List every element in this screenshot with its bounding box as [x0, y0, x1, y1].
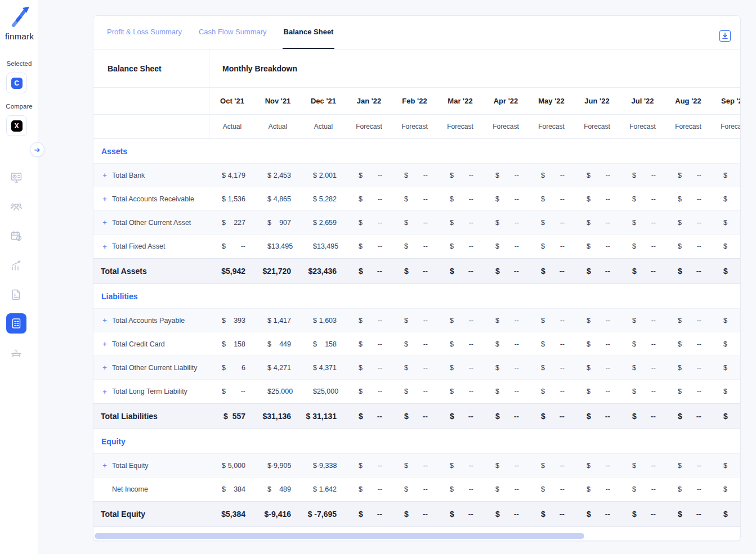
section-title: Assets: [100, 147, 127, 156]
expand-row-button[interactable]: +: [100, 363, 109, 372]
currency-symbol: $: [678, 510, 682, 519]
value-cell: $--: [346, 454, 392, 477]
expand-row-button[interactable]: +: [100, 195, 109, 203]
tab-cash-flow-summary[interactable]: Cash Flow Summary: [198, 16, 268, 49]
currency-symbol: $: [723, 267, 728, 276]
cell-value: --: [515, 242, 519, 250]
svg-text:$: $: [14, 292, 16, 297]
currency-symbol: $: [587, 195, 591, 203]
value-cell: $--: [483, 187, 529, 210]
value-cell: $--: [346, 187, 392, 210]
currency-symbol: $: [404, 219, 408, 227]
currency-symbol: $: [495, 510, 500, 519]
total-value-cell: $--: [346, 259, 392, 283]
sidebar-item-billing[interactable]: $: [6, 226, 26, 246]
column-type-label: Forecast: [346, 115, 392, 138]
cell-value: 158: [325, 340, 337, 348]
column-types-row: ActualActualActualForecastForecastForeca…: [93, 115, 741, 139]
tab-balance-sheet[interactable]: Balance Sheet: [283, 16, 335, 49]
value-cell: $2,001: [301, 164, 346, 187]
currency-symbol: $: [222, 219, 226, 227]
cell-value: --: [560, 195, 565, 203]
sidebar-item-dashboard[interactable]: [6, 168, 26, 188]
sidebar-item-formulas[interactable]: fx: [6, 343, 26, 363]
cell-value: --: [377, 267, 382, 276]
horizontal-scrollbar[interactable]: [95, 533, 584, 539]
expand-row-button[interactable]: +: [100, 316, 109, 325]
value-cell: $--: [711, 454, 741, 477]
cell-value: --: [560, 485, 565, 493]
cell-value: --: [651, 364, 656, 372]
currency-symbol: $: [587, 317, 591, 325]
value-cell: $--: [392, 356, 437, 379]
sidebar-item-reports[interactable]: [6, 313, 26, 334]
cell-value: 5,282: [319, 195, 337, 203]
cell-value: --: [651, 195, 656, 203]
currency-symbol: $: [587, 242, 591, 250]
expand-row-button[interactable]: +: [100, 461, 109, 470]
selected-scenario-button[interactable]: C: [6, 73, 27, 93]
expand-row-button[interactable]: +: [100, 171, 109, 179]
selected-scenario-badge: C: [11, 78, 23, 89]
cell-value: 4,865: [274, 195, 291, 203]
sidebar-item-projections[interactable]: [6, 255, 26, 276]
download-icon: [721, 32, 729, 40]
currency-symbol: $: [495, 219, 499, 227]
currency-symbol: $: [632, 510, 637, 519]
total-value: $21,720: [262, 267, 291, 276]
currency-symbol: $: [632, 412, 637, 421]
table-row: +Total Credit Card$158$449$158$--$--$--$…: [93, 332, 741, 356]
value-cell: $--: [529, 478, 574, 501]
total-value-cell: $21,720: [255, 259, 301, 283]
currency-symbol: $: [541, 317, 545, 325]
cell-value: 1,642: [319, 485, 337, 493]
value-cell: $--: [483, 454, 529, 477]
cell-value: 1,603: [319, 317, 337, 325]
currency-symbol: $: [359, 412, 363, 421]
export-download-button[interactable]: [719, 30, 731, 42]
currency-symbol: $: [723, 388, 727, 395]
value-cell: $--: [346, 309, 392, 332]
sidebar-item-invoices[interactable]: $: [6, 285, 26, 305]
value-cell: $13,495: [255, 235, 301, 258]
section-title: Liabilities: [100, 292, 138, 301]
column-type-label: Actual: [301, 115, 346, 138]
value-cell: $--: [346, 332, 392, 355]
currency-symbol: $: [632, 388, 636, 395]
currency-symbol: $: [404, 388, 408, 395]
expand-row-button[interactable]: +: [100, 218, 109, 227]
value-cell: $2,453: [255, 164, 301, 187]
row-label-cell: +Total Other Current Liability: [93, 356, 209, 379]
tab-profit-loss-summary[interactable]: Profit & Loss Summary: [106, 16, 183, 49]
report-tabs: Profit & Loss Summary Cash Flow Summary …: [93, 16, 740, 49]
cell-value: --: [468, 510, 473, 519]
value-cell: $--: [346, 164, 392, 187]
currency-symbol: $: [541, 267, 545, 276]
currency-symbol: $: [359, 510, 363, 519]
sidebar-item-team[interactable]: [6, 197, 26, 217]
expand-row-button[interactable]: +: [100, 388, 109, 396]
value-cell: $907: [255, 211, 301, 234]
value-cell: $--: [392, 187, 437, 210]
currency-symbol: $: [267, 219, 271, 227]
currency-symbol: $: [541, 364, 545, 372]
value-cell: $--: [437, 164, 483, 187]
value-cell: $--: [529, 235, 574, 258]
value-cell: $--: [665, 211, 711, 234]
sidebar-collapse-button[interactable]: ➔: [30, 142, 44, 157]
table-row: +Total Other Current Asset$227$907$2,659…: [93, 211, 741, 235]
month-column-header: Mar '22: [437, 88, 483, 114]
month-column-header: Sep '22: [711, 88, 741, 114]
cell-value: 25,000: [317, 388, 338, 395]
value-cell: $13,495: [301, 235, 346, 258]
compare-scenario-button[interactable]: X: [6, 115, 27, 136]
invoice-icon: $: [10, 288, 23, 301]
value-cell: $--: [711, 478, 741, 501]
expand-row-button[interactable]: +: [100, 340, 109, 348]
cell-value: --: [651, 462, 656, 470]
report-header-row: Balance Sheet Monthly Breakdown: [93, 49, 740, 88]
currency-symbol: $: [632, 317, 636, 325]
expand-row-button[interactable]: +: [100, 242, 109, 251]
cell-value: --: [697, 195, 701, 203]
currency-symbol: $: [450, 242, 454, 250]
